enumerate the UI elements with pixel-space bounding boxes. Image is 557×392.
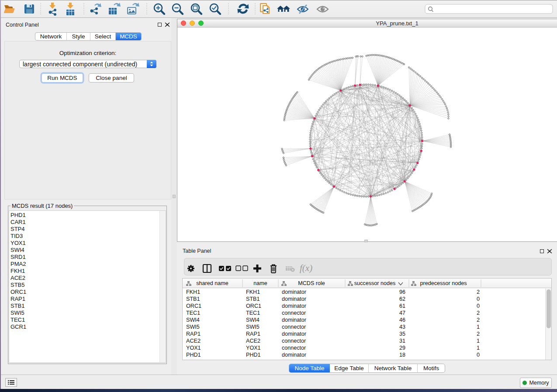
svg-text:dominator: dominator: [282, 352, 306, 358]
svg-text:SWI5: SWI5: [186, 324, 200, 330]
svg-text:dominator: dominator: [282, 331, 306, 337]
svg-text:61: 61: [399, 303, 405, 309]
svg-text:FKH1: FKH1: [246, 289, 260, 295]
svg-text:shared name: shared name: [196, 280, 228, 286]
svg-text:35: 35: [399, 331, 405, 337]
svg-text:ORC1: ORC1: [186, 303, 201, 309]
svg-text:RAP1: RAP1: [246, 331, 260, 337]
svg-text:29: 29: [399, 345, 405, 351]
svg-text:dominator: dominator: [282, 317, 306, 323]
svg-text:0: 0: [477, 296, 480, 302]
svg-text:connector: connector: [282, 345, 306, 351]
svg-text:STB1: STB1: [186, 296, 200, 302]
svg-text:dominator: dominator: [282, 296, 306, 302]
svg-text:46: 46: [399, 317, 405, 323]
svg-text:2: 2: [477, 310, 480, 316]
svg-text:SWI4: SWI4: [186, 317, 200, 323]
svg-text:ACE2: ACE2: [186, 338, 201, 344]
svg-text:FKH1: FKH1: [186, 289, 200, 295]
svg-text:2: 2: [477, 317, 480, 323]
svg-text:dominator: dominator: [282, 303, 306, 309]
svg-text:connector: connector: [282, 324, 306, 330]
svg-text:31: 31: [399, 338, 405, 344]
svg-text:SWI4: SWI4: [246, 317, 259, 323]
svg-text:43: 43: [399, 324, 405, 330]
svg-text:0: 0: [477, 352, 480, 358]
svg-text:2: 2: [477, 331, 480, 337]
svg-text:YOX1: YOX1: [246, 345, 261, 351]
svg-text:47: 47: [399, 310, 405, 316]
svg-text:STB1: STB1: [246, 296, 260, 302]
svg-text:RAP1: RAP1: [186, 331, 201, 337]
svg-text:SWI5: SWI5: [246, 324, 259, 330]
svg-text:PHD1: PHD1: [186, 352, 201, 358]
svg-text:18: 18: [399, 352, 405, 358]
svg-text:TEC1: TEC1: [186, 310, 200, 316]
svg-text:predecessor nodes: predecessor nodes: [420, 280, 467, 286]
svg-text:96: 96: [399, 289, 405, 295]
svg-text:2: 2: [477, 289, 480, 295]
svg-text:1: 1: [477, 345, 480, 351]
svg-text:0: 0: [477, 303, 480, 309]
svg-text:ORC1: ORC1: [246, 303, 261, 309]
svg-text:62: 62: [399, 296, 405, 302]
svg-text:connector: connector: [282, 338, 306, 344]
svg-text:MCDS role: MCDS role: [298, 280, 325, 286]
svg-text:successor nodes: successor nodes: [354, 280, 396, 286]
svg-text:name: name: [253, 280, 267, 286]
svg-text:YOX1: YOX1: [186, 345, 201, 351]
svg-text:1: 1: [477, 338, 480, 344]
svg-text:TEC1: TEC1: [246, 310, 260, 316]
svg-text:dominator: dominator: [282, 289, 306, 295]
svg-text:connector: connector: [282, 310, 306, 316]
svg-text:PHD1: PHD1: [246, 352, 261, 358]
svg-text:1: 1: [477, 324, 480, 330]
svg-text:f(x): f(x): [300, 263, 312, 273]
svg-text:ACE2: ACE2: [246, 338, 260, 344]
